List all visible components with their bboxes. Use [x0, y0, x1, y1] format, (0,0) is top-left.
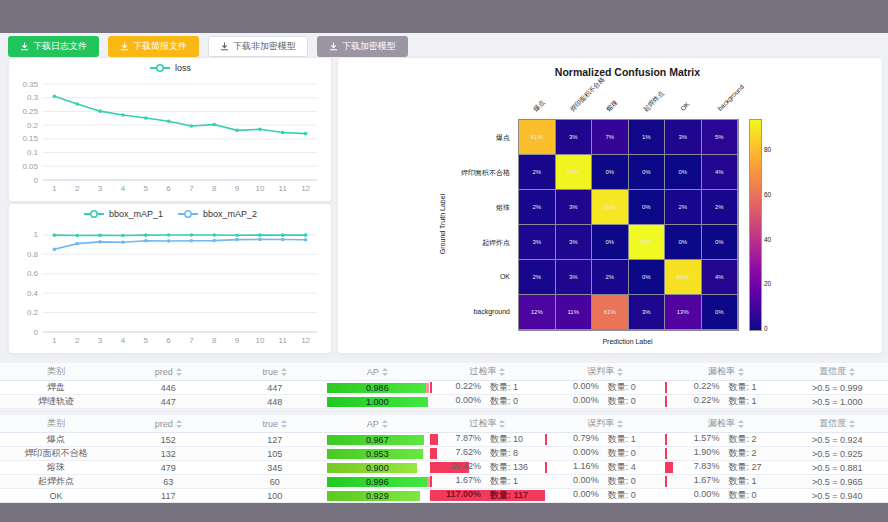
button-label: 下载简报文件 — [133, 40, 187, 53]
legend-item-bbox_mAP_2[interactable]: bbox_mAP_2 — [177, 209, 257, 219]
svg-text:10: 10 — [255, 336, 264, 345]
svg-text:1: 1 — [52, 184, 57, 193]
sort-caret-icon[interactable] — [738, 420, 744, 428]
download-button-3[interactable]: 下载非加密模型 — [208, 36, 308, 57]
column-header-pred[interactable]: pred — [112, 363, 225, 380]
download-icon — [220, 42, 229, 51]
matrix-col-label: 爆点 — [532, 98, 548, 114]
cell-misjudge: 0.00% 数量: 0 — [545, 447, 665, 460]
cell-true: 447 — [225, 381, 325, 394]
sort-caret-icon[interactable] — [738, 368, 744, 376]
overdetect-percent: 7.62% — [433, 447, 481, 460]
column-header-置信度[interactable]: 置信度 — [787, 363, 888, 380]
download-button-2[interactable]: 下载简报文件 — [108, 36, 199, 57]
matrix-cell: 2% — [665, 190, 702, 225]
header-label: 过检率 — [469, 417, 496, 430]
column-header-true[interactable]: true — [225, 415, 325, 432]
legend-item-loss[interactable]: loss — [149, 63, 191, 73]
matrix-row-label: 熔珠 — [338, 203, 510, 213]
header-label: 置信度 — [819, 417, 846, 430]
cell-pred: 446 — [112, 381, 225, 394]
sort-caret-icon[interactable] — [849, 420, 855, 428]
matrix-cell: 0% — [665, 225, 702, 260]
table-header-row: 类别predtrueAP过检率误判率漏检率置信度 — [0, 415, 888, 433]
missdetect-count: 数量: 1 — [728, 381, 780, 394]
header-label: 置信度 — [819, 365, 846, 378]
table-row: OK1171000.929117.00% 数量: 1170.00% 数量: 00… — [0, 489, 888, 503]
cell-class: 爆点 — [0, 433, 112, 446]
ap-value: 0.967 — [366, 435, 389, 445]
sort-caret-icon[interactable] — [617, 368, 623, 376]
matrix-cell: 0% — [629, 155, 666, 190]
column-header-pred[interactable]: pred — [112, 415, 225, 432]
sort-caret-icon[interactable] — [176, 368, 182, 376]
map-chart-legend: bbox_mAP_1 bbox_mAP_2 — [9, 206, 331, 222]
sort-caret-icon[interactable] — [499, 368, 505, 376]
cell-pred: 479 — [112, 461, 225, 474]
column-header-漏检率[interactable]: 漏检率 — [665, 415, 787, 432]
sort-caret-icon[interactable] — [176, 420, 182, 428]
column-header-true[interactable]: true — [225, 363, 325, 380]
header-label: 漏检率 — [708, 417, 735, 430]
column-header-误判率[interactable]: 误判率 — [545, 415, 665, 432]
header-label: 过检率 — [469, 365, 496, 378]
metrics-tables: 类别predtrueAP过检率误判率漏检率置信度焊盘4464470.9860.2… — [0, 363, 888, 509]
sort-caret-icon[interactable] — [281, 420, 287, 428]
column-header-过检率[interactable]: 过检率 — [430, 363, 545, 380]
column-header-漏检率[interactable]: 漏检率 — [665, 363, 787, 380]
svg-text:0.35: 0.35 — [22, 80, 38, 89]
column-header-误判率[interactable]: 误判率 — [545, 363, 665, 380]
sort-caret-icon[interactable] — [499, 420, 505, 428]
cell-class: 起焊炸点 — [0, 475, 112, 488]
cell-misjudge: 1.16% 数量: 4 — [545, 461, 665, 474]
matrix-col-label: OK — [679, 100, 691, 112]
matrix-cell: 4% — [702, 155, 739, 190]
svg-text:0: 0 — [34, 176, 39, 185]
loss-chart-card: loss 00.050.10.150.20.250.30.35123456789… — [8, 57, 332, 202]
column-header-过检率[interactable]: 过检率 — [430, 415, 545, 432]
matrix-cell: 13% — [665, 295, 702, 330]
missdetect-count: 数量: 2 — [728, 447, 780, 460]
svg-text:0.2: 0.2 — [27, 308, 39, 317]
cell-ap: 0.967 — [325, 433, 430, 446]
svg-text:0.05: 0.05 — [22, 162, 38, 171]
sort-caret-icon[interactable] — [617, 420, 623, 428]
svg-text:10: 10 — [255, 184, 264, 193]
download-button-4[interactable]: 下载加密模型 — [317, 36, 408, 57]
cell-ap: 0.929 — [325, 489, 430, 502]
sort-caret-icon[interactable] — [382, 368, 388, 376]
download-button-1[interactable]: 下载日志文件 — [8, 36, 99, 57]
cell-pred: 447 — [112, 395, 225, 408]
column-header-AP[interactable]: AP — [325, 363, 430, 380]
matrix-cell: 93% — [556, 155, 593, 190]
misjudge-percent: 0.00% — [551, 381, 599, 394]
legend-item-bbox_mAP_1[interactable]: bbox_mAP_1 — [83, 209, 163, 219]
missdetect-count: 数量: 0 — [728, 489, 780, 502]
column-header-置信度[interactable]: 置信度 — [787, 415, 888, 432]
misjudge-percent: 0.00% — [551, 447, 599, 460]
cell-ap: 0.996 — [325, 475, 430, 488]
colorbar-tick: 20 — [764, 280, 771, 287]
misjudge-percent: 0.79% — [551, 433, 599, 446]
matrix-cell: 0% — [629, 260, 666, 295]
overdetect-count: 数量: 1 — [490, 381, 542, 394]
matrix-cell: 2% — [519, 190, 556, 225]
sort-caret-icon[interactable] — [281, 368, 287, 376]
svg-text:0.6: 0.6 — [27, 269, 39, 278]
ap-value: 1.000 — [366, 397, 389, 407]
matrix-yaxis-label: Ground Truth Label — [439, 194, 446, 254]
matrix-row-label: 爆点 — [338, 133, 510, 143]
sort-caret-icon[interactable] — [849, 368, 855, 376]
svg-text:0: 0 — [34, 328, 39, 337]
cell-misjudge: 0.00% 数量: 0 — [545, 475, 665, 488]
matrix-row-label: 焊印面积不合格 — [338, 168, 510, 178]
column-header-AP[interactable]: AP — [325, 415, 430, 432]
download-buttons: 下载日志文件 下载简报文件 下载非加密模型 下载加密模型 — [8, 36, 408, 57]
sort-caret-icon[interactable] — [382, 420, 388, 428]
svg-text:0.1: 0.1 — [27, 148, 39, 157]
overdetect-percent: 39.42% — [433, 461, 481, 474]
missdetect-percent: 0.22% — [671, 381, 719, 394]
cell-ap: 1.000 — [325, 395, 430, 408]
cell-confidence: >0.5 = 0.940 — [787, 489, 888, 502]
missdetect-count: 数量: 2 — [728, 433, 780, 446]
